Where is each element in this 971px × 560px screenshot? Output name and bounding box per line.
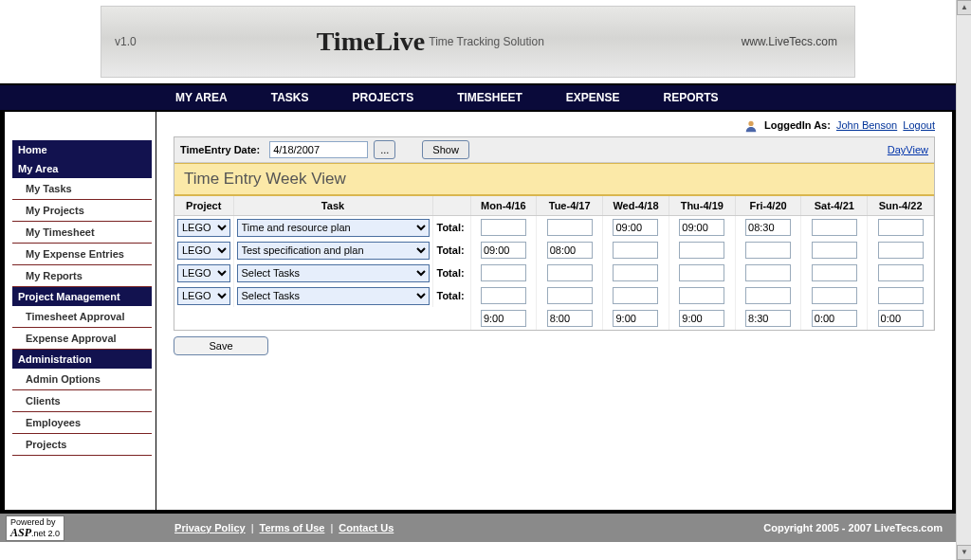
time-cell[interactable] [679, 242, 724, 259]
total-cell [812, 310, 857, 327]
table-row: LEGOTest specification and planTotal: [174, 239, 934, 262]
time-cell[interactable] [878, 219, 924, 236]
sidebar-item-my-timesheet[interactable]: My Timesheet [12, 222, 152, 244]
time-cell[interactable] [481, 287, 526, 304]
sidebar-item-my-reports[interactable]: My Reports [12, 265, 152, 287]
time-cell[interactable] [481, 219, 526, 236]
row-total-label: Total: [432, 239, 470, 262]
time-cell[interactable] [481, 242, 526, 259]
project-select[interactable]: LEGO [177, 219, 230, 237]
site-url: www.LiveTecs.com [742, 35, 837, 48]
time-cell[interactable] [547, 242, 593, 259]
nav-tasks[interactable]: TASKS [271, 91, 309, 104]
header-banner: v1.0 TimeLive Time Tracking Solution www… [101, 6, 855, 78]
sidebar-item-employees[interactable]: Employees [12, 412, 152, 434]
totals-row [174, 307, 934, 330]
task-select[interactable]: Select Tasks [237, 264, 430, 282]
footer-privacy[interactable]: Privacy Policy [174, 522, 246, 533]
col-wed-4-18: Wed-4/18 [603, 196, 669, 216]
sidebar-item-admin-options[interactable]: Admin Options [12, 369, 152, 390]
logout-link[interactable]: Logout [903, 119, 935, 131]
sidebar-head-project-management[interactable]: Project Management [12, 287, 152, 306]
sidebar-item-my-tasks[interactable]: My Tasks [12, 178, 152, 200]
scroll-down-icon[interactable]: ▼ [957, 545, 971, 560]
time-cell[interactable] [878, 242, 924, 259]
sidebar: HomeMy AreaMy TasksMy ProjectsMy Timeshe… [5, 112, 156, 510]
nav-reports[interactable]: REPORTS [664, 91, 719, 104]
sidebar-head-my-area[interactable]: My Area [12, 159, 152, 178]
total-cell [679, 310, 724, 327]
row-total-label: Total: [432, 216, 470, 240]
col-task: Task [233, 196, 432, 216]
project-select[interactable]: LEGO [177, 242, 230, 260]
dayview-link[interactable]: DayView [888, 144, 928, 155]
time-cell[interactable] [613, 264, 658, 281]
sidebar-item-my-expense-entries[interactable]: My Expense Entries [12, 244, 152, 265]
user-link[interactable]: John Benson [836, 119, 897, 131]
vertical-scrollbar[interactable]: ▲ ▼ [956, 0, 971, 560]
user-icon [744, 119, 758, 133]
date-picker-button[interactable]: ... [374, 140, 395, 159]
time-cell[interactable] [812, 264, 857, 281]
time-cell[interactable] [481, 264, 526, 281]
sidebar-item-projects[interactable]: Projects [12, 434, 152, 456]
aspnet-badge: Powered by ASP.net 2.0 [6, 515, 64, 541]
task-select[interactable]: Select Tasks [237, 287, 430, 305]
footer-terms[interactable]: Terms of Use [260, 522, 325, 533]
sidebar-item-timesheet-approval[interactable]: Timesheet Approval [12, 306, 152, 328]
col-mon-4-16: Mon-4/16 [470, 196, 537, 216]
time-cell[interactable] [878, 287, 924, 304]
sidebar-item-clients[interactable]: Clients [12, 390, 152, 412]
nav-expense[interactable]: EXPENSE [566, 91, 620, 104]
footer-contact[interactable]: Contact Us [339, 522, 394, 533]
task-select[interactable]: Time and resource plan [237, 219, 430, 237]
total-cell [481, 310, 526, 327]
time-cell[interactable] [812, 242, 857, 259]
sidebar-item-expense-approval[interactable]: Expense Approval [12, 328, 152, 350]
time-cell[interactable] [745, 287, 791, 304]
app-subtitle: Time Tracking Solution [429, 35, 544, 48]
time-cell[interactable] [745, 219, 791, 236]
time-cell[interactable] [613, 242, 658, 259]
sidebar-item-my-projects[interactable]: My Projects [12, 200, 152, 222]
save-button[interactable]: Save [174, 336, 268, 355]
row-total-label: Total: [432, 284, 470, 307]
time-cell[interactable] [547, 264, 593, 281]
total-cell [547, 310, 593, 327]
nav-projects[interactable]: PROJECTS [352, 91, 413, 104]
time-cell[interactable] [812, 219, 857, 236]
sidebar-head-home[interactable]: Home [12, 140, 152, 159]
scroll-up-icon[interactable]: ▲ [957, 0, 971, 15]
show-button[interactable]: Show [422, 140, 469, 159]
table-row: LEGOSelect TasksTotal: [174, 262, 934, 284]
time-cell[interactable] [812, 287, 857, 304]
time-cell[interactable] [679, 264, 724, 281]
time-cell[interactable] [547, 287, 593, 304]
row-total-label: Total: [432, 262, 470, 284]
time-cell[interactable] [547, 219, 593, 236]
col-sat-4-21: Sat-4/21 [801, 196, 868, 216]
project-select[interactable]: LEGO [177, 264, 230, 282]
time-cell[interactable] [613, 287, 658, 304]
time-cell[interactable] [878, 264, 924, 281]
col-thu-4-19: Thu-4/19 [669, 196, 735, 216]
nav-timesheet[interactable]: TIMESHEET [457, 91, 522, 104]
task-select[interactable]: Test specification and plan [237, 242, 430, 260]
loggedin-label: LoggedIn As: [764, 119, 831, 131]
col-total [432, 196, 470, 216]
table-row: LEGOSelect TasksTotal: [174, 284, 934, 307]
timeentry-toolbar: TimeEntry Date: ... Show DayView [174, 137, 934, 163]
app-title: TimeLive [317, 27, 426, 57]
nav-my-area[interactable]: MY AREA [175, 91, 228, 104]
total-cell [878, 310, 924, 327]
timesheet-grid: ProjectTaskMon-4/16Tue-4/17Wed-4/18Thu-4… [174, 196, 934, 330]
copyright: Copyright 2005 - 2007 LiveTecs.com [763, 522, 943, 533]
time-cell[interactable] [745, 264, 791, 281]
sidebar-head-administration[interactable]: Administration [12, 350, 152, 369]
time-cell[interactable] [613, 219, 658, 236]
project-select[interactable]: LEGO [177, 287, 230, 305]
time-cell[interactable] [679, 287, 724, 304]
time-cell[interactable] [745, 242, 791, 259]
date-input[interactable] [269, 141, 368, 158]
time-cell[interactable] [679, 219, 724, 236]
